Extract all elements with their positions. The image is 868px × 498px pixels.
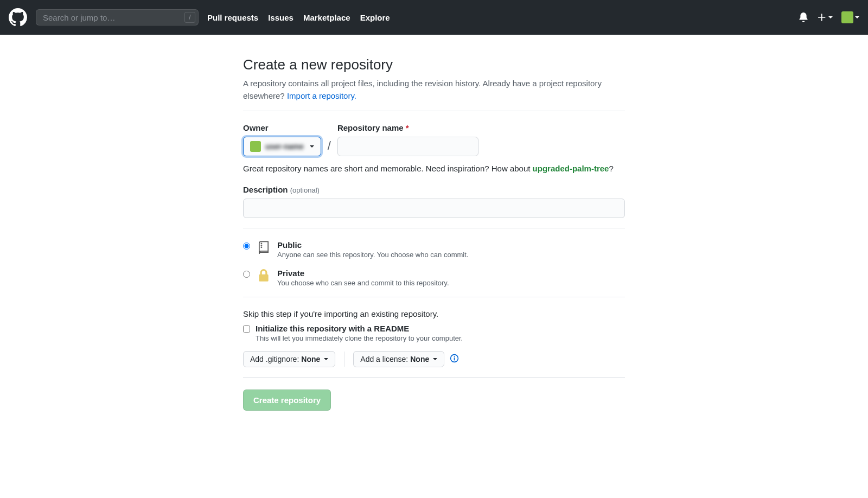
vertical-rule [344, 352, 344, 367]
owner-label: Owner [243, 123, 321, 132]
owner-name: user-name [265, 142, 304, 151]
svg-point-0 [261, 243, 261, 244]
svg-point-2 [261, 247, 261, 247]
nav-marketplace[interactable]: Marketplace [303, 13, 350, 22]
user-menu-button[interactable] [841, 11, 859, 23]
license-info-icon[interactable] [450, 354, 459, 365]
visibility-section: Public Anyone can see this repository. Y… [243, 228, 625, 297]
description-group: Description (optional) [243, 185, 625, 218]
addons-row: Add .gitignore: None Add a license: None [243, 351, 625, 367]
caret-down-icon [310, 145, 314, 148]
repo-name-group: Repository name * [337, 123, 478, 156]
header-right [799, 11, 859, 23]
public-sub: Anyone can see this repository. You choo… [277, 251, 468, 259]
submit-section: Create repository [243, 378, 625, 420]
repo-name-label: Repository name * [337, 123, 478, 132]
svg-point-5 [454, 356, 455, 357]
license-value: None [410, 355, 429, 363]
page-subtitle: A repository contains all project files,… [243, 78, 625, 102]
import-repository-link[interactable]: Import a repository. [287, 91, 356, 100]
search-input[interactable] [36, 9, 199, 25]
name-section: Owner user-name / Repository name * Grea… [243, 111, 625, 228]
readme-checkbox[interactable] [243, 325, 250, 333]
optional-tag: (optional) [290, 186, 320, 194]
visibility-private-radio[interactable] [243, 271, 250, 278]
owner-select[interactable]: user-name [243, 137, 321, 156]
search-wrap: / [36, 9, 199, 25]
skip-text: Skip this step if you're importing an ex… [243, 309, 625, 318]
notifications-button[interactable] [799, 12, 808, 22]
repo-name-label-text: Repository name [337, 123, 404, 132]
readme-title: Initialize this repository with a README [256, 324, 463, 333]
required-asterisk: * [406, 123, 409, 132]
svg-point-1 [261, 245, 261, 246]
readme-sub: This will let you immediately clone the … [256, 334, 463, 342]
repo-icon [256, 240, 272, 256]
readme-row: Initialize this repository with a README… [243, 324, 625, 342]
main-container: Create a new repository A repository con… [234, 56, 634, 420]
visibility-public-row: Public Anyone can see this repository. Y… [243, 240, 625, 259]
private-text: Private You choose who can see and commi… [277, 269, 449, 287]
private-sub: You choose who can see and commit to thi… [277, 279, 449, 287]
owner-avatar [250, 141, 261, 152]
description-input[interactable] [243, 199, 625, 218]
nav-issues[interactable]: Issues [268, 13, 293, 22]
license-label: Add a license: [360, 355, 408, 363]
init-section: Skip this step if you're importing an ex… [243, 297, 625, 377]
public-text: Public Anyone can see this repository. Y… [277, 240, 468, 259]
description-label-text: Description [243, 185, 288, 194]
github-logo[interactable] [9, 8, 27, 27]
owner-group: Owner user-name [243, 123, 321, 156]
page-title: Create a new repository [243, 56, 625, 73]
plus-icon [817, 12, 827, 22]
global-header: / Pull requests Issues Marketplace Explo… [0, 0, 868, 35]
license-select[interactable]: Add a license: None [353, 351, 444, 367]
create-new-button[interactable] [817, 12, 833, 22]
readme-text: Initialize this repository with a README… [256, 324, 463, 342]
caret-down-icon [324, 358, 328, 360]
hint-suffix: ? [609, 164, 613, 173]
gitignore-label: Add .gitignore: [250, 355, 299, 363]
slash-separator: / [327, 139, 332, 156]
visibility-public-radio[interactable] [243, 242, 250, 250]
info-icon [450, 354, 459, 363]
repo-name-input[interactable] [337, 137, 478, 156]
mark-github-icon [9, 8, 27, 27]
private-title: Private [277, 269, 449, 278]
create-repository-button[interactable]: Create repository [243, 390, 331, 411]
visibility-private-row: Private You choose who can see and commi… [243, 269, 625, 287]
slash-key-hint: / [184, 12, 195, 23]
nav-explore[interactable]: Explore [360, 13, 390, 22]
hint-prefix: Great repository names are short and mem… [243, 164, 533, 173]
bell-icon [799, 12, 808, 22]
avatar [841, 11, 853, 23]
caret-down-icon [433, 358, 437, 360]
caret-down-icon [828, 16, 833, 18]
name-hint: Great repository names are short and mem… [243, 164, 625, 173]
gitignore-select[interactable]: Add .gitignore: None [243, 351, 335, 367]
gitignore-value: None [301, 355, 320, 363]
primary-nav: Pull requests Issues Marketplace Explore [207, 13, 390, 22]
lock-icon [256, 269, 272, 283]
nav-pull-requests[interactable]: Pull requests [207, 13, 258, 22]
name-suggestion[interactable]: upgraded-palm-tree [533, 164, 609, 173]
description-label: Description (optional) [243, 185, 625, 194]
caret-down-icon [855, 16, 859, 18]
public-title: Public [277, 240, 468, 250]
